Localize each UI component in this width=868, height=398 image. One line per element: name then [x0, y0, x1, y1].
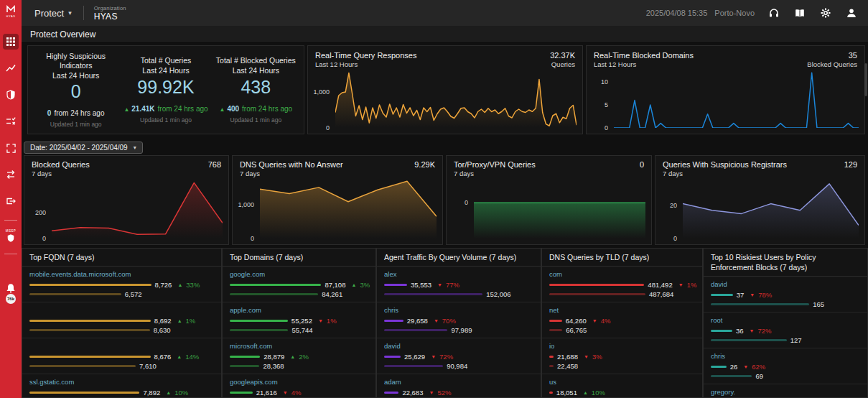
table-row: us18,051▲10%16,381 — [542, 374, 702, 398]
stat-title: Total # Queries — [141, 56, 192, 65]
chart-total-value: 35 — [807, 51, 857, 60]
table-row: 8,676▲14%7,610 — [22, 338, 221, 374]
table-top-fqdn: Top FQDN (7 days) mobile.events.data.mic… — [22, 248, 222, 398]
row-label[interactable]: microsoft.com — [230, 342, 368, 350]
support-button[interactable] — [767, 6, 780, 19]
product-menu[interactable]: Protect ▾ — [22, 0, 83, 26]
delta-down-icon: ▼ — [431, 354, 436, 359]
hyas-logo-text: HYAS — [6, 14, 16, 18]
previous-value-bar — [549, 365, 554, 367]
y-tick-label: 0 — [465, 199, 468, 206]
row-label[interactable]: us — [549, 378, 695, 386]
row-previous-value: 66,765 — [566, 326, 587, 334]
row-value: 21,616 — [256, 389, 277, 397]
chart-plot[interactable]: 1,0000 — [233, 179, 437, 239]
row-delta-percent: 10% — [174, 389, 188, 397]
sidebar-item-protection[interactable] — [3, 87, 19, 103]
row-value: 26 — [730, 363, 738, 371]
row-label[interactable]: googleapis.com — [230, 378, 368, 386]
mssp-label: MSSP — [6, 229, 16, 233]
stat-subtitle: Last 24 Hours — [233, 66, 279, 75]
sidebar-item-notifications[interactable]: 76k — [6, 283, 16, 304]
row-value: 29,658 — [407, 317, 428, 325]
row-label[interactable]: com — [549, 270, 695, 278]
chart-plot[interactable]: 200 — [655, 179, 859, 239]
y-axis: 200 — [655, 179, 681, 239]
row-label[interactable]: ssl.gstatic.com — [29, 378, 214, 386]
stat-highly-suspicious: Highly Suspicious IndicatorsLast 24 Hour… — [31, 52, 121, 129]
sidebar-item-policy-lists[interactable] — [3, 114, 19, 129]
sidebar-item-analytics[interactable] — [3, 60, 19, 76]
value-bar — [711, 366, 727, 368]
row-label[interactable]: adam — [384, 378, 533, 386]
documentation-button[interactable] — [793, 6, 806, 19]
table-riskiest-users: Top 10 Riskiest Users by Policy Enforcem… — [703, 248, 868, 398]
row-label[interactable]: root — [711, 316, 860, 324]
table-row: chris29,658▼70%97,989 — [377, 302, 541, 338]
row-label[interactable]: gregory. — [711, 388, 860, 396]
row-label[interactable] — [29, 342, 214, 350]
row-value: 481,492 — [648, 281, 672, 289]
row-previous-value: 8,630 — [154, 326, 171, 334]
chart-total-value: 0 — [640, 160, 644, 177]
section-title-bar: Protect Overview — [22, 26, 868, 43]
row-previous-value: 69 — [755, 372, 763, 380]
row-value: 28,879 — [263, 353, 284, 361]
row-label[interactable]: david — [711, 280, 860, 288]
chart-subtitle: Last 12 Hours — [594, 60, 694, 68]
row-previous-value: 165 — [813, 300, 824, 308]
sidebar-item-deployment[interactable] — [3, 193, 19, 209]
row-label[interactable]: google.com — [230, 270, 368, 278]
sidebar-item-expand-view[interactable] — [3, 140, 19, 156]
y-tick-label: 0 — [605, 124, 608, 131]
table-row: david25,629▼72%90,984 — [377, 338, 541, 374]
chart-total-label: Queries — [550, 60, 575, 68]
row-delta-percent: 1% — [186, 317, 196, 325]
table-dns-by-tld: DNS Queries by TLD (7 days) com481,492▼1… — [541, 248, 703, 398]
sidebar-item-traffic[interactable] — [3, 167, 19, 182]
settings-button[interactable] — [819, 6, 832, 19]
value-bar — [29, 284, 151, 286]
chart-plot[interactable]: 0 — [447, 179, 645, 239]
chart-plot[interactable]: 1050 — [587, 70, 859, 128]
vertical-scrollbar[interactable] — [864, 63, 867, 96]
table-row: google.com87,108▲3%84,261 — [223, 267, 375, 302]
row-label[interactable] — [29, 306, 214, 314]
stat-value: 438 — [211, 77, 301, 98]
row-label[interactable]: alex — [384, 270, 533, 278]
y-axis: 0 — [447, 179, 472, 239]
shield-icon — [6, 90, 16, 100]
value-bar — [384, 284, 407, 286]
y-axis: 1050 — [587, 70, 612, 128]
hyas-logo[interactable]: HYAS — [0, 0, 22, 23]
swap-arrows-icon — [6, 170, 16, 180]
gear-icon — [820, 7, 831, 19]
row-label[interactable]: io — [549, 342, 695, 350]
row-label[interactable]: net — [549, 306, 695, 314]
row-label[interactable]: chris — [711, 352, 860, 360]
date-range-filter[interactable]: Date: 2025/04/02 - 2025/04/09 ▾ — [24, 142, 143, 154]
row-label[interactable]: apple.com — [230, 306, 368, 314]
row-label[interactable]: david — [384, 342, 533, 350]
chart-plot[interactable]: 1,0000 — [308, 70, 577, 128]
y-tick-label: 1,000 — [238, 201, 254, 208]
grid-icon — [6, 37, 15, 46]
account-button[interactable] — [845, 6, 858, 19]
row-label[interactable]: mobile.events.data.microsoft.com — [29, 270, 214, 278]
stat-delta: ▲400from 24 hrs ago — [211, 105, 301, 114]
delta-up-icon: ▲ — [351, 282, 356, 287]
y-axis: 2000 — [24, 179, 50, 239]
row-label[interactable]: chris — [384, 306, 533, 314]
chart-plot[interactable]: 2000 — [24, 179, 223, 239]
sidebar-item-dashboard[interactable] — [3, 34, 19, 50]
previous-value-bar — [549, 329, 562, 331]
delta-up-icon: ▲ — [219, 106, 225, 113]
plot-area — [335, 70, 577, 128]
organization-display: Organization HYAS — [84, 5, 136, 22]
delta-down-icon: ▼ — [750, 292, 755, 297]
sidebar-divider — [4, 220, 17, 221]
stat-value: 99.92K — [121, 77, 210, 98]
stat-delta-suffix: from 24 hrs ago — [54, 109, 104, 117]
sidebar-item-mssp[interactable]: MSSP — [6, 229, 16, 243]
table-row: adam22,683▼52%47,681 — [377, 374, 541, 398]
